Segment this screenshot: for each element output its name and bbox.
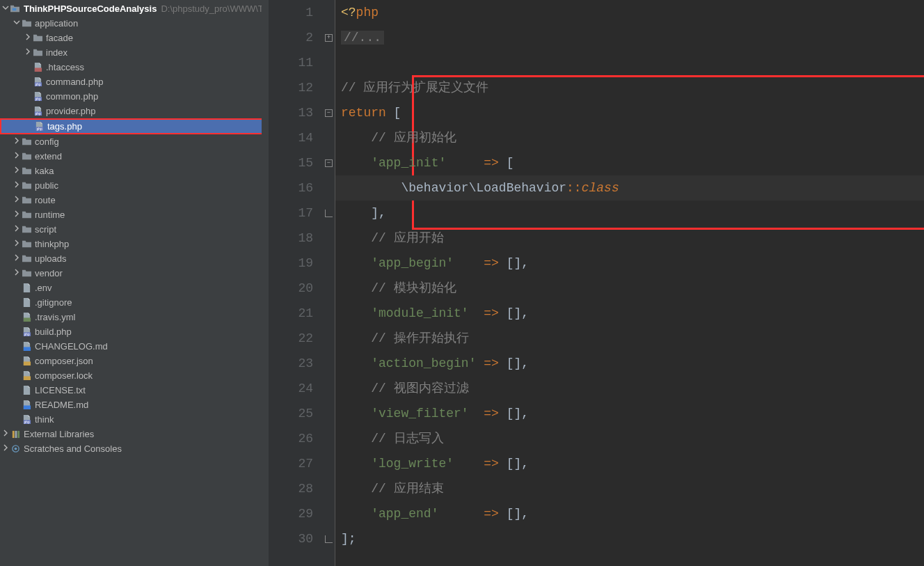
tree-item-vendor[interactable]: vendor <box>0 266 269 281</box>
tree-toggle-icon[interactable] <box>1 1 10 16</box>
gutter-line-number[interactable]: 15 <box>269 150 313 175</box>
gutter-line-number[interactable]: 19 <box>269 251 313 276</box>
code-area[interactable]: <?php//...// 应用行为扩展定义文件return [ // 应用初始化… <box>335 0 924 566</box>
tree-item-scratches-and-consoles[interactable]: Scratches and Consoles <box>0 441 269 456</box>
project-tool-window[interactable]: ThinkPHPSourceCodeAnalysisD:\phpstudy_pr… <box>0 0 269 566</box>
gutter-line-number[interactable]: 25 <box>269 401 313 426</box>
tree-toggle-icon[interactable] <box>13 251 21 266</box>
gutter-line-number[interactable]: 22 <box>269 326 313 351</box>
tree-toggle-icon[interactable] <box>24 45 32 60</box>
gutter-line-number[interactable]: 14 <box>269 125 313 150</box>
tree-item-thinkphp[interactable]: thinkphp <box>0 237 269 251</box>
code-line[interactable]: // 视图内容过滤 <box>335 376 924 401</box>
tree-item-facade[interactable]: facade <box>0 31 269 45</box>
tree-item-route[interactable]: route <box>0 193 269 207</box>
tree-item-common-php[interactable]: phpcommon.php <box>0 89 269 104</box>
tree-item-readme-md[interactable]: README.md <box>0 398 269 412</box>
tree-item-runtime[interactable]: runtime <box>0 207 269 222</box>
gutter-line-number[interactable]: 24 <box>269 376 313 401</box>
tree-item-build-php[interactable]: phpbuild.php <box>0 324 269 339</box>
gutter-line-number[interactable]: 29 <box>269 501 313 526</box>
code-line[interactable]: // 应用结束 <box>335 476 924 501</box>
fold-bar[interactable]: +−− <box>323 0 335 566</box>
tree-item-kaka[interactable]: kaka <box>0 164 269 178</box>
gutter-line-number[interactable]: 20 <box>269 276 313 301</box>
tree-toggle-icon[interactable] <box>13 16 21 31</box>
gutter-line-number[interactable]: 23 <box>269 351 313 376</box>
tree-item-external-libraries[interactable]: External Libraries <box>0 427 269 441</box>
project-tree[interactable]: ThinkPHPSourceCodeAnalysisD:\phpstudy_pr… <box>0 0 269 456</box>
gutter-line-number[interactable]: 18 <box>269 226 313 251</box>
tree-item--htaccess[interactable]: .htaccess <box>0 60 269 74</box>
code-line[interactable]: 'view_filter' => [], <box>335 401 924 426</box>
fold-region-marker[interactable]: + <box>323 25 335 50</box>
tree-toggle-icon[interactable] <box>24 31 32 45</box>
tree-toggle-icon[interactable] <box>13 134 21 149</box>
tree-item-thinkphpsourcecodeanalysis[interactable]: ThinkPHPSourceCodeAnalysisD:\phpstudy_pr… <box>0 1 269 16</box>
code-editor[interactable]: 1211121314151617181920212223242526272829… <box>269 0 924 566</box>
tree-item--gitignore[interactable]: .gitignore <box>0 295 269 310</box>
code-line[interactable]: ]; <box>335 526 924 551</box>
code-line[interactable]: // 应用初始化 <box>335 125 924 150</box>
code-line[interactable]: 'app_begin' => [], <box>335 251 924 276</box>
tree-item-public[interactable]: public <box>0 178 269 193</box>
tree-toggle-icon[interactable] <box>13 193 21 207</box>
tree-toggle-icon[interactable] <box>1 427 10 441</box>
tree-toggle-icon[interactable] <box>13 266 21 281</box>
tree-item-application[interactable]: application <box>0 16 269 31</box>
tree-item-composer-lock[interactable]: composer.lock <box>0 368 269 383</box>
gutter-line-number[interactable]: 16 <box>269 175 313 201</box>
gutter-line-number[interactable]: 30 <box>269 526 313 551</box>
code-line[interactable]: // 模块初始化 <box>335 276 924 301</box>
tree-item-changelog-md[interactable]: CHANGELOG.md <box>0 339 269 354</box>
fold-region-marker[interactable] <box>323 201 335 226</box>
code-line[interactable]: // 日志写入 <box>335 426 924 451</box>
gutter-line-number[interactable]: 2 <box>269 25 313 50</box>
tree-item-tags-php[interactable]: phptags.php <box>0 118 269 134</box>
code-line[interactable]: 'module_init' => [], <box>335 301 924 326</box>
code-line[interactable]: 'log_write' => [], <box>335 451 924 476</box>
tree-toggle-icon[interactable] <box>13 178 21 193</box>
code-line[interactable]: <?php <box>335 0 924 25</box>
tree-toggle-icon[interactable] <box>13 164 21 178</box>
code-line[interactable]: 'action_begin' => [], <box>335 351 924 376</box>
gutter-line-number[interactable]: 13 <box>269 100 313 125</box>
tree-item-uploads[interactable]: uploads <box>0 251 269 266</box>
gutter-line-number[interactable]: 26 <box>269 426 313 451</box>
tree-item-license-txt[interactable]: LICENSE.txt <box>0 383 269 398</box>
tree-item-composer-json[interactable]: composer.json <box>0 354 269 368</box>
gutter-line-number[interactable]: 11 <box>269 50 313 75</box>
tree-item--env[interactable]: .env <box>0 281 269 295</box>
tree-item-command-php[interactable]: phpcommand.php <box>0 74 269 89</box>
code-line[interactable]: return [ <box>335 100 924 125</box>
tree-item-think[interactable]: phpthink <box>0 412 269 427</box>
code-line[interactable] <box>335 50 924 75</box>
gutter-line-number[interactable]: 28 <box>269 476 313 501</box>
code-line[interactable]: // 应用开始 <box>335 226 924 251</box>
gutter-line-number[interactable]: 17 <box>269 201 313 226</box>
code-line[interactable]: ], <box>335 201 924 226</box>
tree-item-config[interactable]: config <box>0 134 269 149</box>
gutter-line-number[interactable]: 21 <box>269 301 313 326</box>
tree-item-index[interactable]: index <box>0 45 269 60</box>
code-line[interactable]: 'app_init' => [ <box>335 150 924 175</box>
gutter-line-number[interactable]: 1 <box>269 0 313 25</box>
gutter[interactable]: 1211121314151617181920212223242526272829… <box>269 0 323 566</box>
tree-item-extend[interactable]: extend <box>0 149 269 164</box>
gutter-line-number[interactable]: 12 <box>269 75 313 100</box>
tree-toggle-icon[interactable] <box>13 207 21 222</box>
tree-item-provider-php[interactable]: phpprovider.php <box>0 104 269 118</box>
fold-region-marker[interactable]: − <box>323 100 335 125</box>
tree-toggle-icon[interactable] <box>13 237 21 251</box>
tree-toggle-icon[interactable] <box>13 222 21 237</box>
gutter-line-number[interactable]: 27 <box>269 451 313 476</box>
fold-region-marker[interactable] <box>323 526 335 551</box>
code-line[interactable]: // 应用行为扩展定义文件 <box>335 75 924 100</box>
tree-item-script[interactable]: script <box>0 222 269 237</box>
code-line[interactable]: \behavior\LoadBehavior::class <box>335 175 924 201</box>
tree-toggle-icon[interactable] <box>13 149 21 164</box>
code-line[interactable]: 'app_end' => [], <box>335 501 924 526</box>
code-line[interactable]: // 操作开始执行 <box>335 326 924 351</box>
code-line[interactable]: //... <box>335 25 924 50</box>
sidebar-scrollbar[interactable] <box>262 0 269 566</box>
